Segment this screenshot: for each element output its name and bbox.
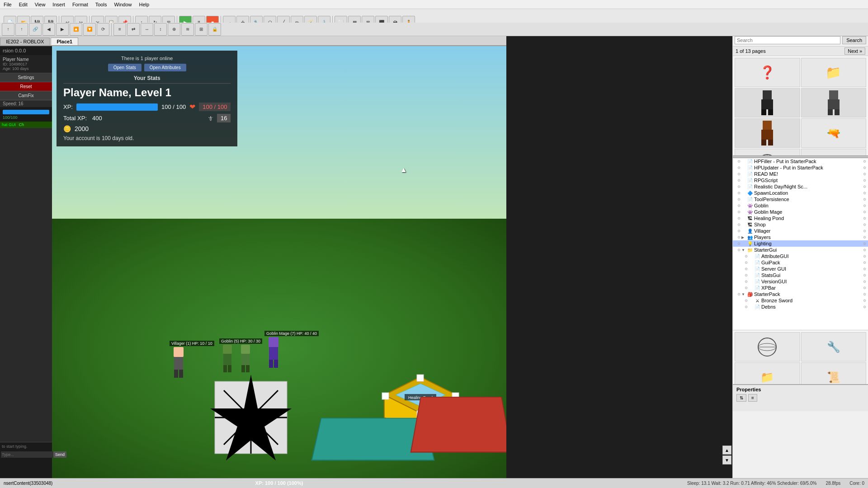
tree-item-16[interactable]: ⚙📄GuiPack⚙ <box>733 259 868 266</box>
camfix-button[interactable]: CamFix <box>0 91 52 100</box>
model-item-5[interactable]: 🔫 <box>801 118 867 148</box>
coins-row: 🪙 2000 <box>63 125 231 132</box>
toolbar2-btn4[interactable]: ◀ <box>42 23 55 36</box>
svg-rect-26 <box>761 140 766 145</box>
send-button[interactable]: Send <box>53 451 66 458</box>
model-grid2-item-3[interactable]: 📜 <box>801 362 867 384</box>
search-button[interactable]: Search <box>842 36 866 44</box>
coins-value: 2000 <box>75 125 89 132</box>
tree-item-4[interactable]: ⚙📄Realistic Day/Night Sc...⚙ <box>733 183 868 190</box>
tree-item-19[interactable]: ⚙📄VersionGUI⚙ <box>733 278 868 285</box>
model-item-2[interactable] <box>735 88 800 117</box>
goblin-leg-2a <box>241 365 245 372</box>
chat-input[interactable] <box>1 451 53 458</box>
next-page-button[interactable]: Next » <box>844 47 865 55</box>
tree-item-8[interactable]: ⚙👾Goblin Mage⚙ <box>733 209 868 215</box>
model-item-0[interactable]: ❓ <box>735 58 800 87</box>
tab-ie202[interactable]: IE202 - ROBLOX <box>0 38 50 45</box>
tree-item-20[interactable]: ⚙📄XPBar⚙ <box>733 285 868 291</box>
tree-item-17[interactable]: ⚙📄Server GUI⚙ <box>733 266 868 272</box>
toolbar2-btn13[interactable]: ⊕ <box>168 23 180 36</box>
open-stats-button[interactable]: Open Stats <box>108 64 142 71</box>
model-item-4[interactable] <box>735 118 800 148</box>
toolbar2-btn10[interactable]: ⇄ <box>127 23 140 36</box>
toolbar2-btn12[interactable]: ↕ <box>154 23 167 36</box>
tree-gear-left-6: ⚙ <box>737 197 741 202</box>
tree-item-21[interactable]: ⚙▼🎒StarterPack⚙ <box>733 291 868 297</box>
tree-item-1[interactable]: ⚙📄HPUpdater - Put in StarterPack⚙ <box>733 164 868 171</box>
pagination: 1 of 13 pages Next » <box>733 47 868 56</box>
search-input[interactable] <box>735 36 840 44</box>
reset-button[interactable]: Reset <box>0 82 52 91</box>
menu-edit[interactable]: Edit <box>15 2 31 7</box>
tree-item-6[interactable]: ⚙📄ToolPersistence⚙ <box>733 196 868 202</box>
menu-format[interactable]: Format <box>69 2 92 7</box>
svg-rect-23 <box>835 109 840 115</box>
toolbar2-btn15[interactable]: ⊞ <box>195 23 208 36</box>
menu-file[interactable]: File <box>0 2 15 7</box>
viewport[interactable]: There is 1 player online Open Stats Open… <box>52 46 506 478</box>
model-grid2-item-2[interactable]: 📁 <box>735 362 800 384</box>
prop-sort-btn[interactable]: ⇅ <box>736 394 746 402</box>
tree-item-14[interactable]: ⚙▼📁StarterGui⚙ <box>733 247 868 253</box>
settings-button[interactable]: Settings <box>0 73 52 82</box>
tree-item-10[interactable]: ⚙🏗Shop⚙ <box>733 221 868 228</box>
prop-filter-btn[interactable]: ≡ <box>748 394 757 402</box>
toolbar2-btn7[interactable]: 🔽 <box>83 23 96 36</box>
svg-rect-25 <box>761 130 773 140</box>
menu-window[interactable]: Window <box>110 2 135 7</box>
model-item-1[interactable]: 📁 <box>801 58 867 87</box>
toolbar2-btn11[interactable]: ↔ <box>141 23 153 36</box>
properties-toolbar: ⇅ ≡ <box>736 394 864 402</box>
tree-item-12[interactable]: ⚙▶👥Players⚙ <box>733 234 868 240</box>
open-attributes-button[interactable]: Open Attributes <box>144 64 186 71</box>
tree-item-13[interactable]: ⚙💡Lighting⚙ <box>733 240 868 247</box>
tree-item-23[interactable]: ⚙📄Debns⚙ <box>733 304 868 310</box>
model-item-7[interactable]: 🔧 <box>801 149 867 155</box>
tree-gear-right-9: ⚙ <box>863 216 866 221</box>
toolbar2-btn2[interactable]: ↑ <box>15 23 28 36</box>
toolbar2-btn9[interactable]: ≡ <box>113 23 126 36</box>
model-item-6[interactable] <box>735 149 800 155</box>
menu-tools[interactable]: Tools <box>92 2 111 7</box>
tree-item-11[interactable]: ⚙👤Villager⚙ <box>733 228 868 234</box>
tree-label-21: StarterPack <box>754 291 780 297</box>
tab-place1[interactable]: Place1 <box>51 38 78 45</box>
tree-item-22[interactable]: ⚙⚔Bronze Sword⚙ <box>733 297 868 304</box>
toolbar2-btn5[interactable]: ▶ <box>56 23 69 36</box>
tree-item-2[interactable]: ⚙📄READ ME!⚙ <box>733 171 868 177</box>
tree-item-3[interactable]: ⚙📄RPGScript⚙ <box>733 177 868 183</box>
scroll-down-button[interactable]: ▼ <box>722 455 731 465</box>
pagination-text: 1 of 13 pages <box>736 48 766 54</box>
model-grid2-item-0[interactable] <box>735 332 800 361</box>
goblin-head-1 <box>223 345 232 354</box>
scroll-up-button[interactable]: ▲ <box>722 446 731 455</box>
tree-item-15[interactable]: ⚙📄AttributeGUI⚙ <box>733 253 868 259</box>
tree-gear-left-5: ⚙ <box>737 191 741 195</box>
tree-gear-left-23: ⚙ <box>745 305 748 309</box>
menu-help[interactable]: Help <box>136 2 153 7</box>
tree-label-22: Bronze Sword <box>761 298 793 303</box>
toolbar2-btn1[interactable]: ↑ <box>2 23 14 36</box>
model-item-3[interactable] <box>801 88 867 117</box>
model-grid2-item-1[interactable]: 🔧 <box>801 332 867 361</box>
tree-item-18[interactable]: ⚙📄StatsGui⚙ <box>733 272 868 278</box>
tree-item-7[interactable]: ⚙👾Goblin⚙ <box>733 202 868 209</box>
tree-gear-left-20: ⚙ <box>745 286 748 290</box>
tree-item-9[interactable]: ⚙🏗Healing Pond⚙ <box>733 215 868 221</box>
player-name-area: Player Name ID: 10498017 Age: 100 days <box>0 55 52 73</box>
tree-item-0[interactable]: ⚙📄HPFiller - Put in StarterPack⚙ <box>733 158 868 164</box>
toolbar2-btn8[interactable]: ⟳ <box>97 23 109 36</box>
menu-insert[interactable]: Insert <box>49 2 69 7</box>
player-age: Age: 100 days <box>3 66 49 71</box>
toolbar2-btn3[interactable]: 🔗 <box>29 23 42 36</box>
goblin-mage-head <box>269 337 278 347</box>
toolbar2-btn6[interactable]: 🔼 <box>70 23 82 36</box>
tree-item-5[interactable]: ⚙🔷SpawnLocation⚙ <box>733 190 868 196</box>
tree-icon-9: 🏗 <box>747 216 753 221</box>
toolbar2-btn14[interactable]: ≋ <box>181 23 194 36</box>
toolbar2-btn16[interactable]: 🔒 <box>208 23 221 36</box>
goblin-mage-leg-left <box>269 360 273 368</box>
menu-view[interactable]: View <box>31 2 49 7</box>
tree-gear-left-10: ⚙ <box>737 223 741 227</box>
